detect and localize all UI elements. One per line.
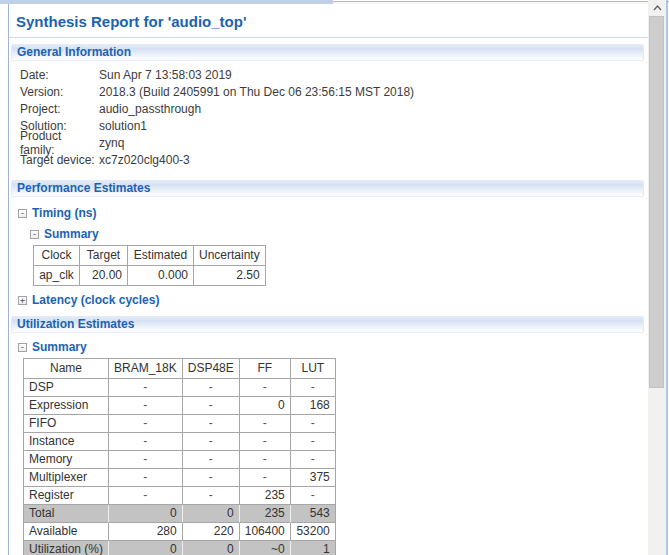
table-cell: - xyxy=(291,433,336,451)
table-cell: - xyxy=(109,469,183,487)
field-label: Date: xyxy=(20,68,99,82)
column-header: Uncertainty xyxy=(194,246,266,266)
table-row-available: Available 280 220 106400 53200 xyxy=(24,523,336,541)
collapse-icon[interactable]: - xyxy=(18,343,27,352)
table-cell: 543 xyxy=(291,505,336,523)
section-header-general-information: General Information xyxy=(11,44,644,61)
general-information-fields: Date: Sun Apr 7 13:58:03 2019 Version: 2… xyxy=(20,66,648,168)
table-cell: - xyxy=(291,451,336,469)
table-row-memory: Memory - - - - xyxy=(24,451,336,469)
report-content: Synthesis Report for 'audio_top' General… xyxy=(9,4,648,555)
title-separator xyxy=(9,37,648,38)
table-row-total: Total 0 0 235 543 xyxy=(24,505,336,523)
timing-summary-tree-item[interactable]: - Summary xyxy=(30,227,648,241)
chevron-up-icon xyxy=(653,5,662,11)
scrollbar-thumb[interactable] xyxy=(649,16,664,388)
timing-summary-label: Summary xyxy=(44,227,99,241)
table-cell: 2.50 xyxy=(194,266,266,286)
column-header: Clock xyxy=(34,246,80,266)
page-title: Synthesis Report for 'audio_top' xyxy=(16,13,648,30)
table-row-utilization-pct: Utilization (%) 0 0 ~0 1 xyxy=(24,541,336,555)
field-value: 2018.3 (Build 2405991 on Thu Dec 06 23:5… xyxy=(99,85,648,99)
column-header: LUT xyxy=(291,359,336,379)
section-header-performance-estimates: Performance Estimates xyxy=(11,180,644,197)
table-cell: - xyxy=(109,397,183,415)
table-cell: - xyxy=(183,469,240,487)
table-cell: - xyxy=(240,451,291,469)
table-header-row: Name BRAM_18K DSP48E FF LUT xyxy=(24,359,336,379)
info-row-date: Date: Sun Apr 7 13:58:03 2019 xyxy=(20,66,648,83)
table-row-register: Register - - 235 - xyxy=(24,487,336,505)
table-cell: 235 xyxy=(240,505,291,523)
field-label: Project: xyxy=(20,102,99,116)
table-cell: Available xyxy=(24,523,109,541)
field-label: Target device: xyxy=(20,153,99,167)
table-cell: - xyxy=(240,379,291,397)
synthesis-report-panel: Synthesis Report for 'audio_top' General… xyxy=(0,0,669,555)
table-cell: - xyxy=(183,379,240,397)
table-cell: - xyxy=(183,451,240,469)
table-cell: - xyxy=(240,415,291,433)
info-row-product-family: Product family: zynq xyxy=(20,134,648,151)
info-row-target-device: Target device: xc7z020clg400-3 xyxy=(20,151,648,168)
table-cell: - xyxy=(183,397,240,415)
table-cell: Expression xyxy=(24,397,109,415)
table-cell: Utilization (%) xyxy=(24,541,109,555)
collapse-icon[interactable]: - xyxy=(18,209,27,218)
latency-label: Latency (clock cycles) xyxy=(32,293,159,307)
table-cell: ap_clk xyxy=(34,266,80,286)
table-row-multiplexer: Multiplexer - - - 375 xyxy=(24,469,336,487)
expand-icon[interactable]: + xyxy=(18,296,27,305)
table-cell: 106400 xyxy=(240,523,291,541)
table-cell: 1 xyxy=(291,541,336,555)
field-value: Sun Apr 7 13:58:03 2019 xyxy=(99,68,648,82)
table-cell: - xyxy=(183,433,240,451)
table-cell: 20.00 xyxy=(80,266,128,286)
table-row-fifo: FIFO - - - - xyxy=(24,415,336,433)
utilization-summary-tree-item[interactable]: - Summary xyxy=(18,340,648,354)
field-label: Version: xyxy=(20,85,99,99)
table-cell: - xyxy=(291,415,336,433)
table-cell: 0 xyxy=(183,505,240,523)
table-cell: - xyxy=(109,487,183,505)
table-cell: 0 xyxy=(183,541,240,555)
timing-label: Timing (ns) xyxy=(32,206,96,220)
table-cell: - xyxy=(109,415,183,433)
utilization-summary-label: Summary xyxy=(32,340,87,354)
table-header-row: Clock Target Estimated Uncertainty xyxy=(34,246,266,266)
utilization-summary-table: Name BRAM_18K DSP48E FF LUT DSP - - - - … xyxy=(23,358,336,555)
table-cell: ~0 xyxy=(240,541,291,555)
table-cell: Multiplexer xyxy=(24,469,109,487)
timing-tree-item[interactable]: - Timing (ns) xyxy=(18,206,648,220)
column-header: DSP48E xyxy=(183,359,240,379)
latency-tree-item[interactable]: + Latency (clock cycles) xyxy=(18,293,648,307)
table-cell: 168 xyxy=(291,397,336,415)
table-cell: 53200 xyxy=(291,523,336,541)
table-cell: 375 xyxy=(291,469,336,487)
table-cell: Instance xyxy=(24,433,109,451)
table-cell: 220 xyxy=(183,523,240,541)
table-cell: - xyxy=(109,433,183,451)
info-row-project: Project: audio_passthrough xyxy=(20,100,648,117)
table-cell: - xyxy=(291,379,336,397)
table-cell: - xyxy=(183,415,240,433)
table-cell: 235 xyxy=(240,487,291,505)
column-header: BRAM_18K xyxy=(109,359,183,379)
table-cell: Total xyxy=(24,505,109,523)
table-cell: 280 xyxy=(109,523,183,541)
table-cell: DSP xyxy=(24,379,109,397)
table-cell: - xyxy=(240,469,291,487)
table-row-dsp: DSP - - - - xyxy=(24,379,336,397)
panel-right-border xyxy=(666,0,668,555)
column-header: FF xyxy=(240,359,291,379)
table-row: ap_clk 20.00 0.000 2.50 xyxy=(34,266,266,286)
timing-summary-table: Clock Target Estimated Uncertainty ap_cl… xyxy=(33,245,266,286)
field-value: xc7z020clg400-3 xyxy=(99,153,648,167)
table-cell: Register xyxy=(24,487,109,505)
table-cell: - xyxy=(183,487,240,505)
scroll-up-button[interactable] xyxy=(648,0,666,16)
table-cell: 0 xyxy=(109,505,183,523)
table-cell: FIFO xyxy=(24,415,109,433)
collapse-icon[interactable]: - xyxy=(30,230,39,239)
vertical-scrollbar[interactable] xyxy=(648,0,666,555)
